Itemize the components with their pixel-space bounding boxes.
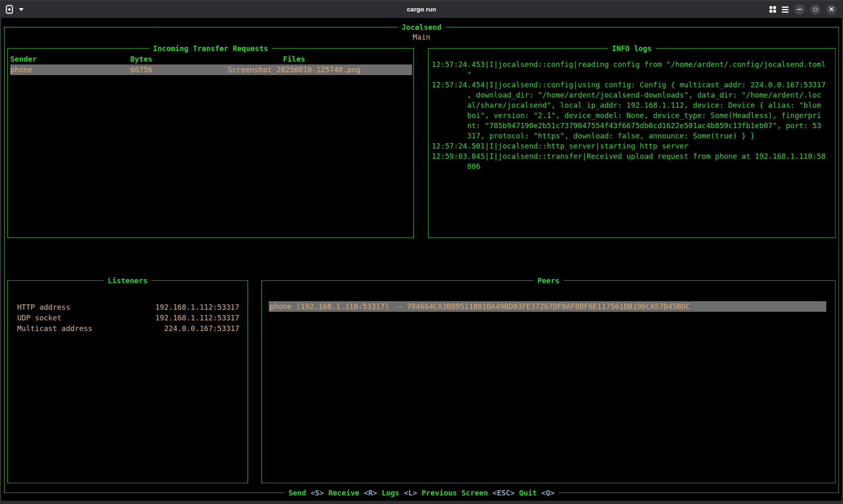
cell-sender: phone — [10, 64, 130, 75]
listener-value: 192.168.1.112:53317 — [155, 313, 239, 323]
log-line: 12:57:24.454|I|jocalsend::config|using c… — [432, 80, 834, 90]
column-header-sender: Sender — [10, 54, 130, 64]
listener-label: UDP socket — [17, 313, 61, 323]
listener-row-http: HTTP address 192.168.1.112:53317 — [8, 302, 248, 313]
maximize-button[interactable] — [810, 4, 821, 15]
listener-row-udp: UDP socket 192.168.1.112:53317 — [8, 313, 248, 323]
menu-key-send: <S> — [310, 488, 324, 498]
column-header-files: Files — [176, 54, 412, 64]
listener-value: 192.168.1.112:53317 — [155, 302, 239, 313]
listeners-panel: Listeners HTTP address 192.168.1.112:533… — [7, 280, 248, 483]
terminal-content: Jocalsend Main Incoming Transfer Request… — [1, 18, 842, 501]
minimize-icon — [797, 9, 802, 10]
incoming-transfers-title: Incoming Transfer Requests — [149, 43, 272, 54]
log-line: " — [432, 69, 834, 80]
app-title: Jocalsend — [397, 22, 446, 33]
listener-value: 224.0.0.167:53317 — [164, 323, 239, 334]
column-header-bytes: Bytes — [130, 54, 176, 64]
peers-panel: Peers phone (192.168.1.110:53317) -- 794… — [261, 280, 836, 483]
window-title: cargo run — [0, 0, 843, 18]
close-button[interactable]: × — [826, 4, 836, 15]
table-row-selected[interactable]: phone 66756 Screenshot_20250810-125740.p… — [10, 64, 412, 75]
grid-icon — [769, 6, 772, 9]
listener-label: Multicast address — [17, 323, 92, 334]
cell-bytes: 66756 — [130, 64, 176, 75]
info-logs-panel: INFO logs 12:57:24.453|I|jocalsend::conf… — [428, 48, 836, 238]
info-logs-title: INFO logs — [608, 43, 656, 54]
peer-item-selected[interactable]: phone (192.168.1.110:53317) -- 794664CA3… — [269, 301, 826, 312]
listener-label: HTTP address — [17, 302, 70, 313]
hamburger-icon — [782, 7, 789, 8]
log-line: 12:59:03.045|I|jocalsend::transfer|Recei… — [432, 151, 834, 161]
menu-key-logs: <L> — [404, 488, 417, 498]
titlebar: cargo run × — [0, 0, 843, 18]
listener-row-multicast: Multicast address 224.0.0.167:53317 — [8, 323, 248, 334]
log-line: boi", version: "2.1", device_model: None… — [432, 110, 834, 120]
maximize-icon — [814, 8, 817, 11]
terminal-window: cargo run × Jocalsend Main — [0, 0, 843, 504]
menu-item-previous-screen[interactable]: Previous Screen — [422, 488, 488, 498]
log-output: 12:57:24.453|I|jocalsend::config|reading… — [432, 59, 834, 171]
cell-files: Screenshot_20250810-125740.png — [176, 64, 412, 75]
log-line: 317, protocol: "https", download: false,… — [432, 131, 834, 141]
close-icon: × — [828, 6, 834, 13]
menu-item-quit[interactable]: Quit — [519, 488, 537, 498]
minimize-button[interactable] — [794, 4, 805, 15]
log-line: 12:57:24.453|I|jocalsend::config|reading… — [432, 59, 834, 69]
log-line: 12:57:24.501|I|jocalsend::http_server|st… — [432, 141, 834, 151]
log-line: , download_dir: "/home/ardent/jocalsend-… — [432, 90, 834, 100]
menu-key-receive: <R> — [364, 488, 377, 498]
incoming-table-header: Sender Bytes Files — [10, 54, 412, 64]
log-line: al/share/jocalsend", local_ip_addr: 192.… — [432, 100, 834, 110]
tab-overview-button[interactable] — [769, 6, 776, 13]
screen-name: Main — [1, 32, 842, 42]
listeners-list: HTTP address 192.168.1.112:53317 UDP soc… — [8, 302, 248, 334]
titlebar-right-cluster: × — [769, 0, 836, 18]
menu-item-send[interactable]: Send — [288, 488, 306, 498]
menu-item-logs[interactable]: Logs — [381, 488, 399, 498]
menu-key-quit: <Q> — [541, 488, 555, 498]
menu-button[interactable] — [782, 7, 789, 13]
log-line: 806 — [432, 161, 834, 171]
listeners-title: Listeners — [104, 275, 152, 286]
log-line: nt: "785b947190e2b51c7379047554f43f6675d… — [432, 120, 834, 131]
incoming-transfers-panel: Incoming Transfer Requests Sender Bytes … — [7, 48, 414, 238]
shortcut-menu: Send <S> Receive <R> Logs <L> Previous S… — [284, 488, 559, 498]
menu-key-previous-screen: <ESC> — [493, 488, 515, 498]
menu-item-receive[interactable]: Receive — [328, 488, 359, 498]
peers-title: Peers — [533, 275, 564, 286]
